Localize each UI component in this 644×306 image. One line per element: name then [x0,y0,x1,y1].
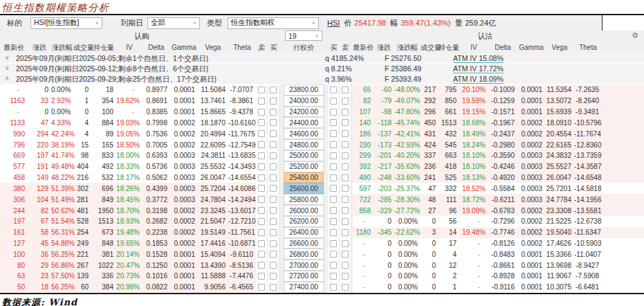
buy-checkbox[interactable] [270,119,277,126]
strike-cell[interactable]: 24600.00 [284,128,324,139]
buy-checkbox[interactable] [270,251,277,258]
sell-checkbox[interactable] [342,273,349,280]
sell-checkbox[interactable] [258,141,265,148]
sell-checkbox[interactable] [342,109,349,116]
sell-checkbox[interactable] [342,229,349,236]
sell-checkbox[interactable] [342,185,349,192]
buy-checkbox[interactable] [330,218,337,225]
strike-cell[interactable]: 26600.00 [284,238,324,249]
buy-checkbox[interactable] [270,284,277,291]
sell-checkbox[interactable] [258,284,265,291]
sell-checkbox[interactable] [258,196,265,203]
sell-checkbox[interactable] [258,185,265,192]
atm-iv-link[interactable]: ATM IV 18.09% [453,75,504,84]
strike-cell[interactable]: 27400.00 [284,282,324,293]
buy-checkbox[interactable] [330,251,337,258]
sell-checkbox[interactable] [342,130,349,137]
strike-cell[interactable]: 27200.00 [284,271,324,282]
buy-checkbox[interactable] [330,119,337,126]
buy-checkbox[interactable] [270,218,277,225]
sell-checkbox[interactable] [258,207,265,214]
strike-cell[interactable]: 24800.00 [284,139,324,150]
buy-checkbox[interactable] [330,284,337,291]
strike-cell[interactable]: 25000.00 [284,150,324,161]
sell-checkbox[interactable] [258,130,265,137]
gear-icon[interactable]: ⚙ [632,31,638,40]
sell-checkbox[interactable] [258,109,265,116]
buy-checkbox[interactable] [270,130,277,137]
strike-cell[interactable]: 24000.00 [284,96,324,107]
strike-cell[interactable]: 26200.00 [284,216,324,227]
sell-checkbox[interactable] [258,240,265,247]
buy-checkbox[interactable] [270,262,277,269]
sell-checkbox[interactable] [342,284,349,291]
buy-checkbox[interactable] [330,185,337,192]
type-select[interactable]: 恒生指数期权 ∨ [228,17,319,29]
strike-cell[interactable]: 25600.00 [284,183,324,194]
strike-cell[interactable]: 27000.00 [284,260,324,271]
sell-checkbox[interactable] [342,141,349,148]
buy-checkbox[interactable] [270,185,277,192]
sell-checkbox[interactable] [342,174,349,181]
sell-checkbox[interactable] [258,163,265,170]
buy-checkbox[interactable] [270,273,277,280]
buy-checkbox[interactable] [270,229,277,236]
expiry-group-row-2[interactable]: ∨ 2025年09月(到期日2025-09-12;剩余8个自然日、6个交易日) … [0,64,644,74]
buy-checkbox[interactable] [270,207,277,214]
sell-checkbox[interactable] [342,163,349,170]
buy-checkbox[interactable] [270,152,277,159]
sell-checkbox[interactable] [342,240,349,247]
strike-cell[interactable]: 24400.00 [284,117,324,128]
sell-checkbox[interactable] [342,87,349,93]
sell-checkbox[interactable] [342,119,349,126]
sell-checkbox[interactable] [258,251,265,258]
buy-checkbox[interactable] [270,240,277,247]
buy-checkbox[interactable] [330,163,337,170]
strike-cell[interactable]: 26400.00 [284,227,324,238]
strike-cell[interactable]: 25200.00 [284,161,324,172]
buy-checkbox[interactable] [270,87,277,93]
buy-checkbox[interactable] [330,229,337,236]
buy-checkbox[interactable] [330,240,337,247]
buy-checkbox[interactable] [270,174,277,181]
buy-checkbox[interactable] [330,98,337,105]
buy-checkbox[interactable] [330,174,337,181]
buy-checkbox[interactable] [330,130,337,137]
strike-cell[interactable]: 26800.00 [284,249,324,260]
buy-checkbox[interactable] [270,141,277,148]
expiry-select[interactable]: 全部 ∨ [147,17,200,29]
strike-count-select[interactable]: 19 ∨ [285,30,322,41]
buy-checkbox[interactable] [330,207,337,214]
strike-cell[interactable]: 23800.00 [284,84,324,96]
sell-checkbox[interactable] [342,98,349,105]
sell-checkbox[interactable] [342,262,349,269]
sell-checkbox[interactable] [258,273,265,280]
sell-checkbox[interactable] [342,207,349,214]
buy-checkbox[interactable] [330,141,337,148]
sell-checkbox[interactable] [258,218,265,225]
buy-checkbox[interactable] [330,87,337,93]
buy-checkbox[interactable] [330,273,337,280]
sell-checkbox[interactable] [342,251,349,258]
strike-cell[interactable]: 24200.00 [284,107,324,118]
buy-checkbox[interactable] [330,152,337,159]
buy-checkbox[interactable] [330,262,337,269]
sell-checkbox[interactable] [342,218,349,225]
hsi-link[interactable]: HSI [327,19,340,27]
buy-checkbox[interactable] [270,163,277,170]
sell-checkbox[interactable] [258,229,265,236]
expiry-group-row-1[interactable]: ∨ 2025年09月(到期日2025-09-05;剩余1个自然日、1个交易日) … [0,53,644,64]
sell-checkbox[interactable] [342,196,349,203]
buy-checkbox[interactable] [330,109,337,116]
sell-checkbox[interactable] [258,174,265,181]
atm-iv-link[interactable]: ATM IV 17.72% [453,64,504,73]
buy-checkbox[interactable] [330,196,337,203]
expiry-group-row-3[interactable]: ∧ 2025年09月(到期日2025-09-29;剩余25个自然日、17个交易日… [0,74,644,84]
sell-checkbox[interactable] [258,262,265,269]
sell-checkbox[interactable] [258,119,265,126]
buy-checkbox[interactable] [270,98,277,105]
atm-iv-link[interactable]: ATM IV 15.08% [453,54,504,63]
sell-checkbox[interactable] [258,98,265,105]
strike-cell[interactable]: 25800.00 [284,194,324,205]
buy-checkbox[interactable] [270,109,277,116]
